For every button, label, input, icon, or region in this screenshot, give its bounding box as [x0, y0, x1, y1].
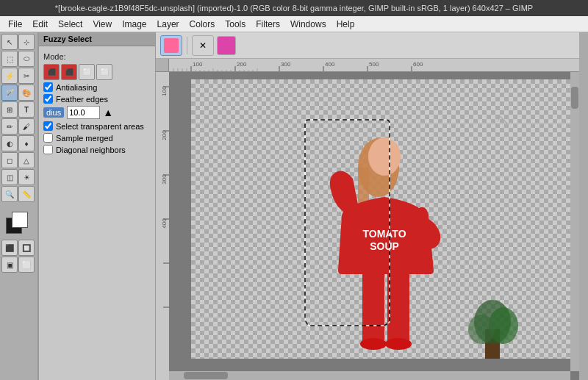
main-layout: ↖ ⊹ ⬚ ⬭ ⚡ ✂ 🪄 🎨 ⊞ T ✏ 🖌 ◐ ♦ ◻ △: [0, 32, 588, 380]
eraser-btn[interactable]: ◻: [1, 152, 18, 168]
swatch-container: [6, 212, 32, 234]
menu-image[interactable]: Image: [117, 18, 151, 31]
svg-text:200: 200: [161, 130, 168, 140]
menu-colors[interactable]: Colors: [184, 18, 220, 31]
image-canvas[interactable]: TOMATO SOUP: [169, 72, 570, 371]
menu-file[interactable]: File: [3, 18, 27, 31]
feather-edges-label: Feather edges: [56, 95, 108, 104]
scrollbar-bottom[interactable]: [169, 371, 570, 380]
burn-btn[interactable]: ☀: [18, 169, 35, 185]
menu-edit[interactable]: Edit: [27, 18, 53, 31]
select-transparent-label: Select transparent areas: [56, 122, 144, 131]
tool-options-panel: Fuzzy Select Mode: ⬛ ⬛ ⬜ ⬜: [38, 32, 156, 380]
select-transparent-row: Select transparent areas: [43, 121, 151, 131]
ellipse-select-btn[interactable]: ⬭: [18, 51, 35, 67]
svg-point-50: [385, 338, 412, 350]
antialiasing-label: Antialiasing: [56, 83, 97, 92]
menu-filters[interactable]: Filters: [251, 18, 285, 31]
free-select-btn[interactable]: ⚡: [1, 68, 18, 84]
measure-btn[interactable]: 📏: [18, 186, 35, 202]
svg-text:100: 100: [161, 86, 168, 96]
clone-btn[interactable]: ♦: [18, 135, 35, 151]
menu-help[interactable]: Help: [331, 18, 360, 31]
paint-btn[interactable]: 🖌: [18, 118, 35, 135]
tool-row-10: 🔍 📏: [1, 186, 36, 202]
active-tool-icon: [164, 38, 179, 53]
svg-text:500: 500: [369, 61, 379, 68]
paths-btn[interactable]: ⊞: [1, 101, 18, 118]
menu-select[interactable]: Select: [53, 18, 87, 31]
mode-add-btn[interactable]: ⬛: [61, 64, 77, 80]
dodge-btn[interactable]: ◫: [1, 169, 18, 185]
tool-row-4: 🪄 🎨: [1, 85, 36, 101]
menu-tools[interactable]: Tools: [220, 18, 251, 31]
scrollbar-thumb-right[interactable]: [571, 87, 578, 109]
diagonal-neighbors-checkbox[interactable]: [43, 145, 53, 154]
tool-row-6: ✏ 🖌: [1, 118, 36, 135]
rect-select-btn[interactable]: ⬚: [1, 51, 18, 67]
ruler-top: 100 200 300 400 500 600: [169, 59, 579, 72]
zoom-btn[interactable]: 🔍: [1, 186, 18, 202]
smudge-btn[interactable]: △: [18, 152, 35, 168]
pencil-btn[interactable]: ✏: [1, 118, 18, 135]
radius-input[interactable]: [67, 106, 100, 119]
tool-row-1: ↖ ⊹: [1, 34, 36, 50]
antialiasing-checkbox[interactable]: [43, 82, 53, 92]
sample-merged-checkbox[interactable]: [43, 133, 53, 143]
scrollbar-right[interactable]: [570, 72, 579, 371]
mode-intersect-icon: ⬜: [101, 68, 109, 76]
tool-row-9: ◫ ☀: [1, 169, 36, 185]
radius-row: dius ▲: [43, 106, 151, 119]
menu-layer[interactable]: Layer: [152, 18, 184, 31]
svg-point-42: [358, 138, 399, 197]
svg-text:SOUP: SOUP: [370, 240, 399, 252]
extra-btn-1[interactable]: ⬛: [1, 240, 18, 256]
svg-point-49: [360, 338, 387, 350]
svg-text:400: 400: [161, 218, 168, 229]
by-color-btn[interactable]: 🎨: [18, 85, 35, 101]
heal-btn[interactable]: ◐: [1, 135, 18, 151]
radius-label: dius: [43, 107, 64, 118]
extra-btn-2[interactable]: 🔲: [18, 240, 35, 256]
menu-windows[interactable]: Windows: [285, 18, 331, 31]
canvas-fuzzy-select-btn[interactable]: [160, 35, 182, 56]
feather-row: Feather edges: [43, 94, 151, 104]
svg-rect-51: [485, 329, 500, 359]
ruler-corner: [156, 59, 169, 72]
mode-subtract-btn[interactable]: ⬜: [79, 64, 95, 80]
canvas-area[interactable]: ✕ 100 200 300 400 500 600: [156, 32, 579, 380]
mode-buttons: ⬛ ⬛ ⬜ ⬜: [43, 64, 151, 80]
radius-up-btn[interactable]: ▲: [103, 107, 113, 118]
mode-replace-btn[interactable]: ⬛: [43, 64, 60, 80]
toolbar-separator: [187, 37, 187, 54]
select-transparent-checkbox[interactable]: [43, 121, 53, 131]
antialiasing-row: Antialiasing: [43, 82, 151, 92]
extra-btn-3[interactable]: ▣: [1, 257, 18, 273]
mode-intersect-btn[interactable]: ⬜: [96, 64, 112, 80]
right-panel: [579, 32, 588, 380]
gimp-image[interactable]: TOMATO SOUP: [191, 79, 570, 359]
fg-color-swatch[interactable]: [12, 212, 28, 228]
plants: [468, 300, 518, 359]
scissors-btn[interactable]: ✂: [18, 68, 35, 84]
move-tool-btn[interactable]: ↖: [1, 34, 18, 50]
extra-btn-4[interactable]: ⬜: [18, 257, 35, 273]
color-preview-btn[interactable]: [217, 36, 236, 55]
tool-row-7: ◐ ♦: [1, 135, 36, 151]
fuzzy-select-btn[interactable]: 🪄: [1, 85, 18, 101]
title-text: *[brooke-cagle-z1B9f48F5dc-unsplash] (im…: [55, 4, 533, 12]
svg-point-52: [474, 300, 511, 344]
tool-options-header: Fuzzy Select: [39, 32, 155, 46]
sample-merged-label: Sample merged: [56, 134, 113, 143]
feather-edges-checkbox[interactable]: [43, 94, 53, 104]
mode-add-icon: ⬛: [65, 68, 74, 76]
mode-replace-icon: ⬛: [48, 68, 56, 76]
tool-row-5: ⊞ T: [1, 101, 36, 118]
align-tool-btn[interactable]: ⊹: [18, 34, 35, 50]
canvas-btn-2[interactable]: ✕: [192, 35, 214, 56]
text-btn[interactable]: T: [18, 101, 35, 118]
toolbox: ↖ ⊹ ⬚ ⬭ ⚡ ✂ 🪄 🎨 ⊞ T ✏ 🖌 ◐ ♦ ◻ △: [0, 32, 38, 380]
menu-view[interactable]: View: [87, 18, 117, 31]
scrollbar-thumb-bottom[interactable]: [184, 372, 228, 379]
mode-label: Mode:: [43, 52, 66, 61]
